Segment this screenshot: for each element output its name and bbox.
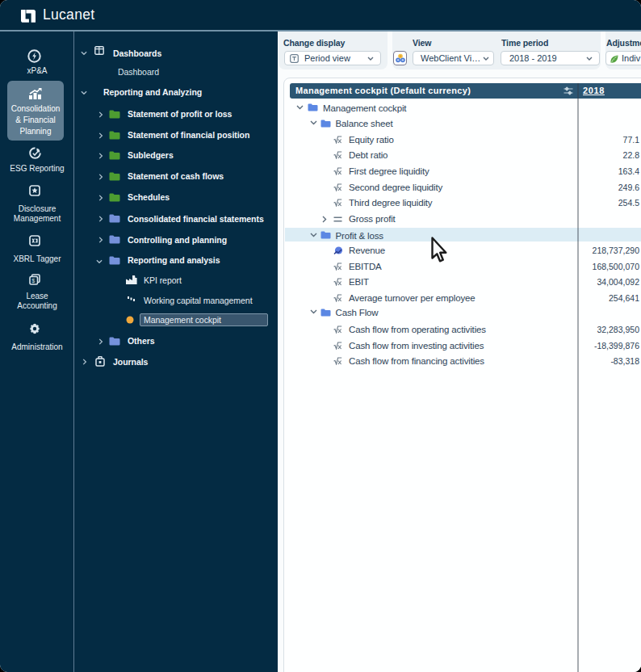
svg-text:$: $ [31,278,35,284]
